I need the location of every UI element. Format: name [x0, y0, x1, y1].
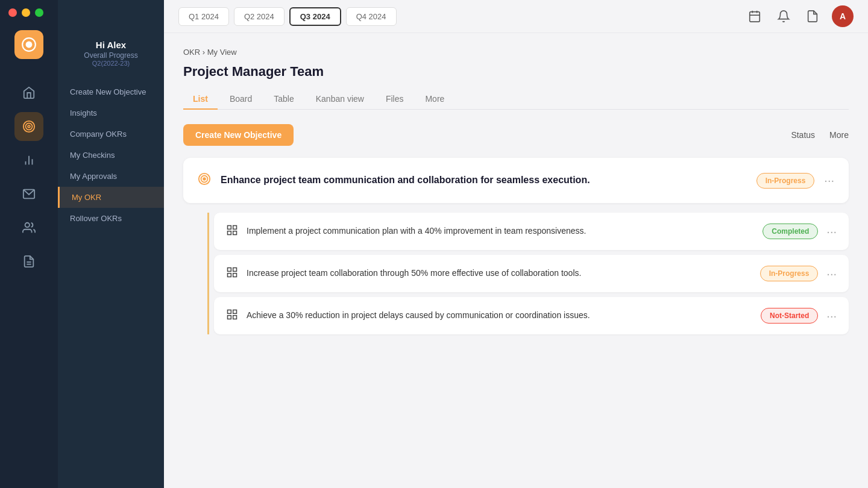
sidebar-icon-team[interactable] — [14, 213, 43, 242]
svg-rect-28 — [233, 310, 237, 313]
create-objective-button[interactable]: Create New Objective — [183, 124, 294, 146]
key-results-container: Implement a project communication plan w… — [207, 213, 849, 334]
traffic-lights — [8, 8, 43, 17]
breadcrumb: OKR › My View — [183, 48, 849, 57]
svg-rect-27 — [228, 310, 231, 313]
user-progress-label: Overall Progress — [65, 51, 157, 60]
menu-sidebar: Hi Alex Overall Progress Q2(2022-23) Cre… — [58, 0, 164, 488]
quarter-tab-q1[interactable]: Q1 2024 — [178, 7, 229, 26]
svg-point-3 — [26, 124, 33, 130]
svg-point-4 — [28, 125, 30, 128]
document-icon[interactable] — [803, 7, 822, 26]
traffic-light-green[interactable] — [35, 8, 43, 17]
objective-icon — [198, 172, 211, 189]
traffic-light-yellow[interactable] — [22, 8, 30, 17]
kr-card-1: Implement a project communication plan w… — [214, 213, 849, 250]
svg-rect-25 — [228, 273, 231, 277]
svg-rect-22 — [233, 231, 237, 234]
svg-rect-29 — [228, 315, 231, 319]
page-content: OKR › My View Project Manager Team List … — [164, 33, 868, 354]
kr-text-2: Increase project team collaboration thro… — [247, 267, 752, 280]
objective-more-button-1[interactable]: ··· — [824, 174, 834, 187]
logo-icon — [21, 37, 37, 52]
tab-kanban[interactable]: Kanban view — [306, 89, 374, 110]
user-period: Q2(2022-23) — [65, 60, 157, 67]
topbar: Q1 2024 Q2 2024 Q3 2024 Q4 2024 — [164, 0, 868, 33]
kr-more-button-3[interactable]: ··· — [826, 309, 837, 323]
app-logo[interactable] — [14, 30, 43, 59]
kr-text-1: Implement a project communication plan w… — [247, 225, 754, 237]
tab-table[interactable]: Table — [264, 89, 303, 110]
svg-point-1 — [26, 42, 33, 48]
page-title: Project Manager Team — [183, 64, 849, 80]
sidebar-item-create[interactable]: Create New Objective — [58, 81, 164, 102]
breadcrumb-separator: › — [203, 48, 205, 57]
objective-card-1: Enhance project team communication and c… — [183, 158, 849, 203]
objective-text-1: Enhance project team communication and c… — [221, 174, 747, 187]
icon-sidebar — [0, 0, 58, 488]
breadcrumb-current: My View — [207, 48, 237, 57]
quarter-tab-q3[interactable]: Q3 2024 — [289, 7, 341, 26]
logo-area — [14, 30, 43, 59]
sidebar-icon-report[interactable] — [14, 247, 43, 276]
sidebar-item-my-checkins[interactable]: My Checkins — [58, 145, 164, 166]
action-row: Create New Objective Status More — [183, 124, 849, 146]
kr-text-3: Achieve a 30% reduction in project delay… — [247, 310, 752, 322]
sidebar-item-company-okrs[interactable]: Company OKRs — [58, 124, 164, 145]
view-tabs: List Board Table Kanban view Files More — [183, 89, 849, 110]
kr-card-3: Achieve a 30% reduction in project delay… — [214, 297, 849, 334]
sidebar-icon-home[interactable] — [14, 78, 43, 107]
sidebar-icon-okr[interactable] — [14, 112, 43, 141]
svg-rect-30 — [233, 315, 237, 319]
kr-more-button-2[interactable]: ··· — [826, 267, 837, 281]
kr-status-3: Not-Started — [761, 308, 818, 324]
tab-list[interactable]: List — [183, 89, 218, 110]
kr-icon-1 — [226, 224, 238, 239]
bell-icon[interactable] — [774, 7, 793, 26]
kr-status-2: In-Progress — [760, 266, 819, 281]
status-label: Status — [791, 130, 815, 140]
sidebar-item-insights[interactable]: Insights — [58, 102, 164, 124]
sidebar-item-my-okr[interactable]: My OKR — [58, 187, 164, 208]
tab-more[interactable]: More — [415, 89, 454, 110]
user-greeting: Hi Alex — [65, 40, 157, 50]
svg-rect-20 — [233, 225, 237, 229]
action-right-labels: Status More — [791, 130, 849, 140]
svg-rect-24 — [233, 267, 237, 271]
tab-board[interactable]: Board — [220, 89, 262, 110]
kr-more-button-1[interactable]: ··· — [826, 225, 837, 239]
topbar-right: A — [745, 5, 854, 27]
sidebar-icon-mail[interactable] — [14, 180, 43, 208]
more-label: More — [829, 130, 849, 140]
svg-point-9 — [25, 223, 30, 227]
tab-files[interactable]: Files — [376, 89, 414, 110]
sidebar-item-rollover[interactable]: Rollover OKRs — [58, 208, 164, 229]
quarter-tab-q4[interactable]: Q4 2024 — [346, 7, 397, 26]
sidebar-item-my-approvals[interactable]: My Approvals — [58, 166, 164, 187]
svg-rect-19 — [228, 225, 231, 229]
quarter-tabs: Q1 2024 Q2 2024 Q3 2024 Q4 2024 — [178, 7, 397, 26]
user-info: Hi Alex Overall Progress Q2(2022-23) — [58, 30, 164, 81]
svg-rect-12 — [750, 12, 760, 22]
main-content: Q1 2024 Q2 2024 Q3 2024 Q4 2024 — [164, 0, 868, 488]
svg-rect-26 — [233, 273, 237, 277]
objective-status-1: In-Progress — [756, 173, 815, 189]
kr-status-1: Completed — [763, 224, 818, 239]
calendar-icon[interactable] — [745, 7, 764, 26]
avatar[interactable]: A — [832, 5, 854, 27]
kr-card-2: Increase project team collaboration thro… — [214, 255, 849, 292]
kr-icon-3 — [226, 308, 238, 324]
svg-rect-21 — [228, 231, 231, 234]
svg-rect-23 — [228, 267, 231, 271]
breadcrumb-root: OKR — [183, 48, 200, 57]
quarter-tab-q2[interactable]: Q2 2024 — [234, 7, 285, 26]
kr-icon-2 — [226, 266, 238, 281]
sidebar-icon-chart[interactable] — [14, 146, 43, 175]
traffic-light-red[interactable] — [8, 8, 17, 17]
svg-point-18 — [203, 178, 206, 180]
